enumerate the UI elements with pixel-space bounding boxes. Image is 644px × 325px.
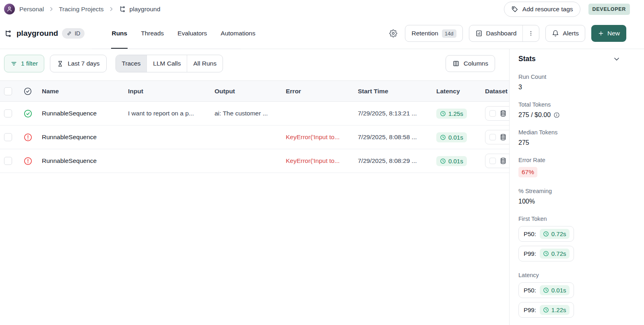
retention-label: Retention xyxy=(411,30,438,37)
dashboard-chart-icon xyxy=(475,30,483,37)
row-checkbox[interactable] xyxy=(4,109,12,117)
latency-p50-badge: 0.01s xyxy=(540,285,570,295)
add-to-dataset-control[interactable] xyxy=(485,154,509,168)
segment-llm-calls[interactable]: LLM Calls xyxy=(147,55,187,72)
success-status-icon xyxy=(23,109,33,118)
breadcrumb-personal[interactable]: Personal xyxy=(19,6,44,13)
segment-all-runs[interactable]: All Runs xyxy=(187,55,223,72)
tab-runs[interactable]: Runs xyxy=(105,18,134,49)
clock-icon xyxy=(440,158,446,164)
info-icon[interactable] xyxy=(553,112,560,118)
select-all-checkbox[interactable] xyxy=(4,87,12,95)
header-dataset[interactable]: Dataset xyxy=(481,88,509,95)
dashboard-button[interactable]: Dashboard xyxy=(469,25,523,41)
run-start-time: 7/29/2025, 8:13:21 ... xyxy=(354,110,432,117)
first-token-p50-badge: 0.72s xyxy=(540,229,570,239)
gear-icon xyxy=(389,29,397,37)
add-resource-tags-button[interactable]: Add resource tags xyxy=(504,2,580,17)
total-tokens-label: Total Tokens xyxy=(518,101,633,108)
add-to-dataset-control[interactable] xyxy=(485,130,509,144)
add-to-dataset-control[interactable] xyxy=(485,106,509,121)
header-name[interactable]: Name xyxy=(38,88,124,95)
alerts-button[interactable]: Alerts xyxy=(545,25,585,42)
header-error[interactable]: Error xyxy=(282,88,354,95)
chevron-right-icon xyxy=(108,6,114,12)
latency-p99-badge: 1.22s xyxy=(540,305,570,315)
columns-icon xyxy=(452,60,460,67)
p50-label: P50: xyxy=(524,230,536,237)
tab-evaluators[interactable]: Evaluators xyxy=(171,18,214,49)
id-badge-label: ID xyxy=(74,30,80,37)
header-output[interactable]: Output xyxy=(211,88,282,95)
new-button[interactable]: New xyxy=(591,25,626,42)
dashboard-label: Dashboard xyxy=(486,30,517,37)
run-error: KeyError('Input to... xyxy=(282,134,354,141)
run-name[interactable]: RunnableSequence xyxy=(38,110,124,117)
filter-button[interactable]: 1 filter xyxy=(4,55,44,72)
p99-label: P99: xyxy=(524,306,536,313)
tab-automations[interactable]: Automations xyxy=(214,18,262,49)
segment-traces[interactable]: Traces xyxy=(116,55,147,72)
dashboard-more-button[interactable] xyxy=(522,25,539,41)
latency-p50-pill: P50: 0.01s xyxy=(518,282,574,298)
latency-value: 0.01s xyxy=(448,158,463,165)
breadcrumb-tracing-projects[interactable]: Tracing Projects xyxy=(59,6,103,13)
header-start-time[interactable]: Start Time xyxy=(354,88,432,95)
runs-table-header: Name Input Output Error Start Time Laten… xyxy=(0,80,509,102)
alerts-label: Alerts xyxy=(563,30,579,37)
header-latency[interactable]: Latency xyxy=(432,88,481,95)
retention-button[interactable]: Retention 14d xyxy=(405,25,462,42)
run-name[interactable]: RunnableSequence xyxy=(38,134,124,141)
stats-title: Stats xyxy=(518,55,536,63)
clock-icon xyxy=(440,134,446,140)
dataset-checkbox[interactable] xyxy=(489,158,496,164)
stats-panel: Stats Run Count 3 Total Tokens 275 / $0.… xyxy=(509,49,644,325)
run-name[interactable]: RunnableSequence xyxy=(38,157,124,165)
run-type-segmented-control: Traces LLM Calls All Runs xyxy=(116,55,223,72)
dataset-checkbox[interactable] xyxy=(489,110,496,117)
row-checkbox[interactable] xyxy=(4,157,12,165)
header-input[interactable]: Input xyxy=(124,88,211,95)
breadcrumb: Personal Tracing Projects playground xyxy=(4,4,160,14)
copy-id-badge[interactable]: ID xyxy=(62,28,85,39)
error-status-icon xyxy=(23,133,33,142)
runs-table: Name Input Output Error Start Time Laten… xyxy=(0,80,509,173)
settings-button[interactable] xyxy=(388,28,399,39)
run-error: KeyError('Input to... xyxy=(282,157,354,165)
table-row[interactable]: RunnableSequence I want to report on a p… xyxy=(0,102,509,125)
row-checkbox[interactable] xyxy=(4,133,12,141)
runs-panel: 1 filter Last 7 days Traces LLM Calls Al… xyxy=(0,49,509,325)
clock-icon xyxy=(543,231,549,237)
person-icon xyxy=(6,6,13,12)
date-range-label: Last 7 days xyxy=(68,60,99,67)
chevron-down-icon[interactable] xyxy=(613,55,621,63)
top-bar: Personal Tracing Projects playground Add… xyxy=(0,0,644,18)
table-row[interactable]: RunnableSequence KeyError('Input to... 7… xyxy=(0,125,509,149)
breadcrumb-current[interactable]: playground xyxy=(119,5,161,13)
database-icon xyxy=(500,134,507,141)
latency-badge: 0.01s xyxy=(436,132,467,142)
filter-icon xyxy=(10,60,17,67)
clock-icon xyxy=(543,307,549,313)
run-count-label: Run Count xyxy=(518,74,633,80)
tab-threads[interactable]: Threads xyxy=(134,18,171,49)
table-row[interactable]: RunnableSequence KeyError('Input to... 7… xyxy=(0,149,509,173)
dataset-checkbox[interactable] xyxy=(489,134,496,140)
add-resource-tags-label: Add resource tags xyxy=(522,6,573,13)
project-header: playground ID Runs Threads Evaluators Au… xyxy=(0,18,644,49)
run-start-time: 7/29/2025, 8:08:29 ... xyxy=(354,157,432,165)
tag-icon xyxy=(511,6,518,13)
developer-badge: DEVELOPER xyxy=(588,4,630,15)
columns-button[interactable]: Columns xyxy=(446,55,495,72)
avatar[interactable] xyxy=(4,4,15,14)
project-title: playground ID xyxy=(4,28,85,39)
run-start-time: 7/29/2025, 8:08:58 ... xyxy=(354,134,432,141)
check-circle-icon xyxy=(23,87,32,96)
date-range-button[interactable]: Last 7 days xyxy=(50,55,106,72)
clock-icon xyxy=(543,287,549,293)
trace-project-icon xyxy=(119,5,126,13)
run-count-value: 3 xyxy=(518,84,633,91)
link-icon xyxy=(66,31,72,36)
first-token-p99-badge: 0.72s xyxy=(540,249,570,259)
topbar-actions: Add resource tags DEVELOPER xyxy=(504,2,630,17)
